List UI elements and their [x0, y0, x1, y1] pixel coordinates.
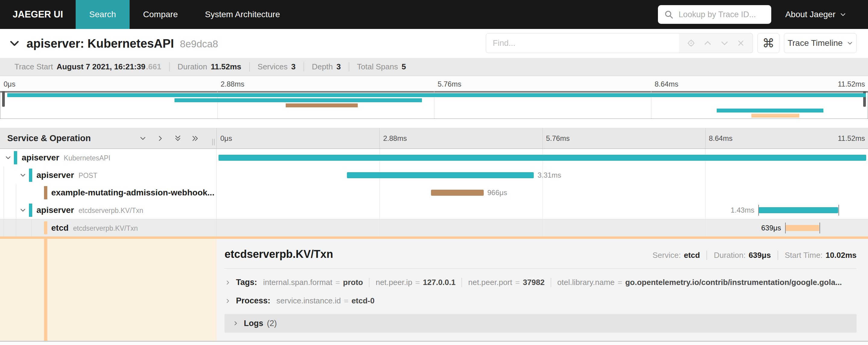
prev-match-icon[interactable] — [703, 38, 712, 48]
summary-label: Trace Start — [14, 62, 53, 71]
span-timeline-cell[interactable]: 966μs — [217, 184, 868, 201]
ruler-tick-label: 0μs — [220, 134, 232, 143]
find-input[interactable] — [486, 33, 679, 53]
kv-key: internal.span.format — [263, 278, 333, 287]
span-duration-bar[interactable] — [758, 207, 838, 213]
logs-accordion[interactable]: Logs (2) — [224, 314, 857, 333]
ruler-tick-label: 2.88ms — [221, 80, 244, 88]
detail-meta-value: 10.02ms — [826, 251, 857, 260]
expand-one-icon[interactable] — [156, 134, 164, 143]
kv-value: 37982 — [523, 278, 545, 287]
trace-id-lookup[interactable] — [658, 5, 771, 24]
span-duration-bar[interactable] — [785, 225, 819, 231]
about-jaeger-menu[interactable]: About Jaeger — [785, 10, 846, 19]
span-tree-cell[interactable]: apiserverPOST — [0, 167, 217, 184]
span-service-name: example-mutating-admission-webhook... — [51, 188, 214, 198]
span-tree-cell[interactable]: example-mutating-admission-webhook... — [0, 184, 217, 201]
kv-key: otel.library.name — [557, 278, 615, 287]
summary-duration: Duration11.52ms — [169, 62, 249, 71]
tags-row[interactable]: Tags: internal.span.format=protonet.peer… — [224, 278, 857, 287]
nav-tabs: SearchCompareSystem Architecture — [76, 0, 293, 29]
kv-value: etcd-0 — [351, 296, 375, 306]
kv-equals: = — [415, 278, 420, 287]
chevron-down-icon — [847, 40, 853, 46]
trace-header-bar: apiserver: KubernetesAPI 8e9dca8 ⌘ Trace… — [0, 29, 868, 58]
collapse-all-icon[interactable] — [174, 134, 182, 143]
span-tree-cell[interactable]: apiserveretcdserverpb.KV/Txn — [0, 201, 217, 219]
summary-services: Services3 — [249, 62, 304, 71]
span-duration-bar[interactable] — [347, 172, 534, 178]
trace-view-selector-label: Trace Timeline — [787, 38, 843, 48]
selected-span-left-gutter — [0, 239, 217, 341]
span-duration-label: 1.43ms — [731, 201, 754, 219]
minimap-left-scrubber[interactable] — [2, 91, 5, 107]
summary-value: August 7 2021, 16:21:39 — [57, 62, 146, 71]
locate-icon[interactable] — [687, 38, 695, 48]
span-row-etcd-etcdserverpb-kv-txn[interactable]: etcdetcdserverpb.KV/Txn639μs — [0, 219, 868, 236]
tags-label: Tags: — [236, 278, 257, 287]
span-operation-name: etcdserverpb.KV/Txn — [73, 224, 138, 232]
divider — [224, 268, 857, 269]
span-service-name: etcd — [51, 223, 69, 233]
nav-tab-compare[interactable]: Compare — [130, 0, 191, 29]
keyboard-shortcuts-button[interactable]: ⌘ — [757, 33, 779, 53]
span-start-tick — [758, 205, 759, 215]
span-timeline-cell[interactable]: 1.43ms — [217, 201, 868, 219]
ruler-tick-label: 8.64ms — [709, 134, 733, 143]
span-duration-bar[interactable] — [218, 155, 866, 161]
span-color-bar — [14, 151, 17, 164]
expand-all-icon[interactable] — [191, 134, 199, 143]
nav-tab-search[interactable]: Search — [76, 0, 130, 29]
trace-view-selector[interactable]: Trace Timeline — [784, 33, 857, 53]
span-service-name: apiserver — [36, 170, 74, 180]
span-tree-cell[interactable]: apiserverKubernetesAPI — [0, 149, 217, 167]
kv-key: net.peer.ip — [375, 278, 412, 287]
detail-meta-value: etcd — [684, 251, 700, 260]
next-match-icon[interactable] — [720, 38, 729, 48]
column-resizer[interactable] — [212, 139, 215, 145]
collapse-one-icon[interactable] — [138, 134, 147, 143]
span-end-tick — [838, 205, 839, 215]
summary-trace-start: Trace StartAugust 7 2021, 16:21:39.661 — [7, 62, 169, 71]
chevron-right-icon — [232, 320, 239, 326]
clear-find-icon[interactable] — [737, 39, 745, 47]
summary-value: 11.52ms — [211, 62, 241, 71]
process-row[interactable]: Process: service.instance.id=etcd-0 — [224, 296, 857, 306]
find-field[interactable] — [492, 38, 673, 48]
kv-internal-span-format: internal.span.format=proto — [263, 278, 363, 287]
kv-otel-library-name: otel.library.name=go.opentelemetry.io/co… — [551, 278, 842, 287]
span-row-apiserver-kubernetesapi[interactable]: apiserverKubernetesAPI — [0, 149, 868, 167]
span-row-example-mutating-admission-webhook-span[interactable]: example-mutating-admission-webhook...966… — [0, 184, 868, 201]
ruler-gridline — [705, 128, 706, 148]
span-row-apiserver-etcdserverpb-kv-txn[interactable]: apiserveretcdserverpb.KV/Txn1.43ms — [0, 201, 868, 219]
trace-minimap[interactable] — [0, 91, 868, 119]
chevron-down-icon[interactable] — [4, 154, 12, 162]
summary-value: 3 — [336, 62, 341, 71]
collapse-trace-chevron-icon[interactable] — [8, 37, 21, 50]
span-detail-title: etcdserverpb.KV/Txn — [224, 248, 333, 261]
span-tree-cell[interactable]: etcdetcdserverpb.KV/Txn — [0, 219, 217, 236]
span-operation-name: POST — [79, 172, 98, 180]
chevron-down-icon[interactable] — [19, 206, 27, 214]
span-timeline-cell[interactable]: 3.31ms — [217, 167, 868, 184]
span-duration-bar[interactable] — [431, 190, 484, 196]
minimap-ruler: 0μs2.88ms5.76ms8.64ms11.52ms — [0, 76, 868, 91]
logs-count: (2) — [267, 319, 277, 328]
span-timeline-cell[interactable]: 639μs — [217, 219, 868, 236]
service-operation-header: Service & Operation — [0, 133, 91, 143]
logs-label: Logs — [244, 319, 264, 328]
span-color-bar — [29, 204, 32, 217]
process-list: service.instance.id=etcd-0 — [276, 296, 375, 306]
kv-equals: = — [515, 278, 520, 287]
nav-tab-system-architecture[interactable]: System Architecture — [191, 0, 293, 29]
chevron-down-icon[interactable] — [19, 171, 27, 179]
trace-id-lookup-input[interactable] — [678, 10, 769, 20]
span-row-apiserver-post[interactable]: apiserverPOST3.31ms — [0, 167, 868, 184]
span-detail-meta: Service:etcdDuration:639μsStart Time:10.… — [652, 251, 857, 260]
kv-value: proto — [343, 278, 363, 287]
detail-meta-service: Service:etcd — [652, 251, 700, 260]
span-color-bar — [44, 186, 47, 199]
span-timeline-cell[interactable] — [217, 149, 868, 167]
summary-label: Duration — [178, 62, 207, 71]
kv-key: net.peer.port — [468, 278, 512, 287]
